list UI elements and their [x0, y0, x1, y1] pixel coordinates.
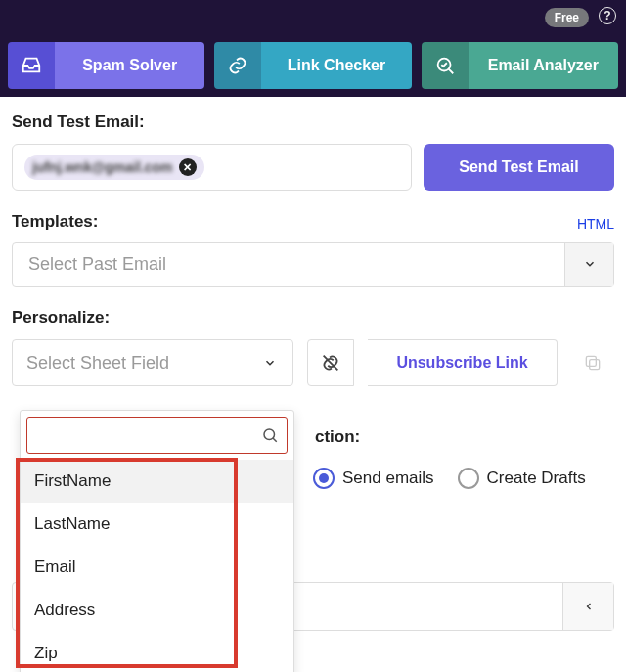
tab-label: Email Analyzer	[469, 42, 618, 89]
tab-link-checker[interactable]: Link Checker	[214, 42, 411, 89]
personalize-select[interactable]: Select Sheet Field	[12, 339, 293, 386]
main-content: Send Test Email: jufnj.wnk@gmail.com ✕ S…	[0, 97, 626, 386]
unsubscribe-link-button[interactable]: Unsubscribe Link	[368, 339, 558, 386]
personalize-label: Personalize:	[12, 308, 614, 328]
chip-remove-icon[interactable]: ✕	[179, 158, 197, 176]
test-email-input[interactable]: jufnj.wnk@gmail.com ✕	[12, 144, 412, 191]
chevron-down-icon[interactable]	[564, 243, 613, 286]
radio-icon	[458, 468, 479, 489]
radio-icon	[313, 468, 335, 489]
radio-create-drafts[interactable]: Create Drafts	[458, 468, 586, 489]
tab-email-analyzer[interactable]: Email Analyzer	[422, 42, 618, 89]
send-test-button[interactable]: Send Test Email	[424, 144, 614, 191]
dropdown-option-zip[interactable]: Zip	[21, 632, 293, 672]
radio-label: Send emails	[342, 469, 434, 488]
tool-tabs: Spam Solver Link Checker Email Analyzer	[8, 42, 618, 89]
send-test-label: Send Test Email:	[12, 112, 614, 132]
dropdown-search-input[interactable]	[35, 426, 255, 444]
svg-point-3	[264, 429, 275, 440]
dropdown-option-address[interactable]: Address	[21, 589, 293, 632]
html-link[interactable]: HTML	[577, 216, 614, 232]
dropdown-option-firstname[interactable]: FirstName	[21, 460, 293, 503]
tab-spam-solver[interactable]: Spam Solver	[8, 42, 204, 89]
email-chip-text: jufnj.wnk@gmail.com	[32, 159, 173, 175]
personalize-placeholder: Select Sheet Field	[13, 340, 246, 385]
analyze-icon	[422, 42, 469, 89]
dropdown-option-email[interactable]: Email	[21, 546, 293, 589]
chevron-down-icon[interactable]	[246, 340, 292, 385]
link-icon	[214, 42, 261, 89]
dropdown-option-lastname[interactable]: LastName	[21, 503, 293, 546]
chevron-left-icon[interactable]	[562, 583, 613, 630]
radio-send-emails[interactable]: Send emails	[313, 468, 434, 489]
dropdown-options: FirstName LastName Email Address Zip	[21, 460, 293, 672]
search-icon	[261, 426, 279, 444]
tab-label: Spam Solver	[55, 42, 204, 89]
plan-badge: Free	[545, 8, 589, 27]
templates-placeholder: Select Past Email	[13, 243, 564, 286]
copy-icon[interactable]	[571, 339, 614, 386]
radio-label: Create Drafts	[487, 469, 586, 488]
svg-rect-1	[590, 360, 600, 370]
email-chip[interactable]: jufnj.wnk@gmail.com ✕	[24, 155, 204, 180]
action-label-partial: ction:	[315, 427, 360, 447]
help-icon[interactable]: ?	[599, 7, 616, 24]
svg-rect-2	[586, 356, 596, 366]
templates-select[interactable]: Select Past Email	[12, 242, 614, 287]
templates-label: Templates:	[12, 212, 99, 232]
unsubscribe-icon[interactable]	[307, 339, 354, 386]
personalize-dropdown: FirstName LastName Email Address Zip	[20, 410, 294, 672]
inbox-icon	[8, 42, 55, 89]
app-header: Free ? Spam Solver Link Checker Email An…	[0, 0, 626, 97]
dropdown-search[interactable]	[26, 417, 288, 454]
tab-label: Link Checker	[261, 42, 411, 89]
